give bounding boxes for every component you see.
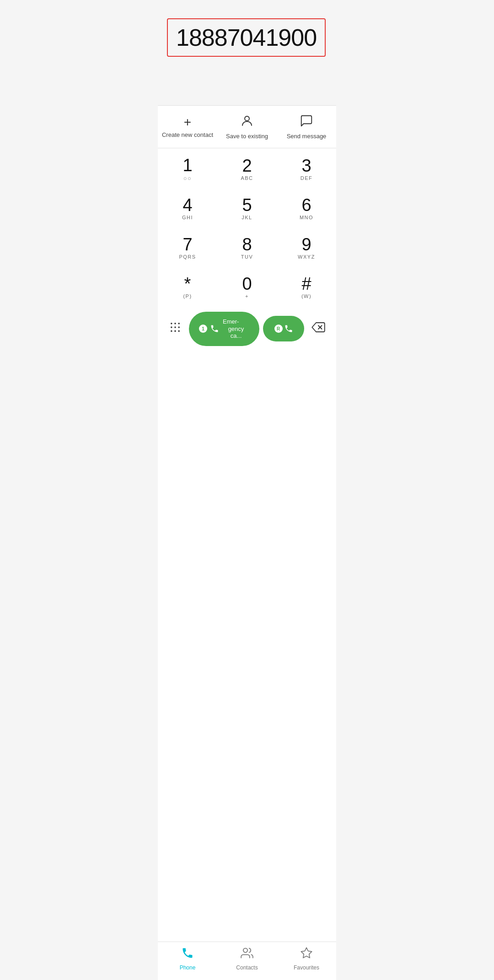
phone-nav-icon	[181, 947, 194, 963]
create-new-contact-button[interactable]: + Create new contact	[158, 116, 217, 138]
action-row: + Create new contact Save to existing Se…	[158, 105, 336, 148]
svg-point-1	[171, 323, 172, 325]
badge-r: R	[274, 325, 283, 333]
save-to-existing-button[interactable]: Save to existing	[217, 114, 277, 140]
backspace-button[interactable]	[308, 317, 329, 341]
call-button[interactable]: R	[263, 316, 304, 341]
nav-item-favourites[interactable]: Favourites	[277, 947, 336, 971]
nav-favourites-label: Favourites	[294, 964, 319, 971]
emergency-line2: gency ca...	[223, 325, 249, 340]
emergency-line1: Emer-	[223, 318, 239, 325]
dialpad-dots-icon[interactable]	[165, 317, 185, 340]
badge-1: 1	[199, 325, 207, 333]
svg-marker-13	[301, 948, 311, 958]
contacts-nav-icon	[241, 947, 253, 963]
svg-point-8	[174, 330, 176, 332]
dial-key-7[interactable]: 7 PQRS	[158, 227, 217, 267]
phone-number-box: 18887041900	[167, 18, 326, 57]
plus-icon: +	[184, 116, 191, 129]
phone-number: 18887041900	[176, 24, 317, 51]
nav-item-phone[interactable]: Phone	[158, 947, 217, 971]
dial-key-1[interactable]: 1 ○○	[158, 148, 217, 188]
send-message-button[interactable]: Send message	[277, 114, 336, 140]
dial-key-6[interactable]: 6 MNO	[277, 188, 336, 227]
nav-phone-label: Phone	[180, 964, 196, 971]
send-message-label: Send message	[287, 133, 327, 140]
svg-point-6	[178, 327, 180, 329]
svg-point-9	[178, 330, 180, 332]
emergency-call-button[interactable]: 1 Emer- gency ca...	[189, 312, 259, 346]
svg-point-2	[174, 323, 176, 325]
svg-point-7	[171, 330, 172, 332]
create-new-contact-label: Create new contact	[162, 131, 213, 138]
dial-key-3[interactable]: 3 DEF	[277, 148, 336, 188]
dial-key-star[interactable]: * (P)	[158, 267, 217, 306]
number-display-area: 18887041900	[158, 0, 336, 105]
dial-key-9[interactable]: 9 WXYZ	[277, 227, 336, 267]
bottom-actions: 1 Emer- gency ca... R	[158, 306, 336, 352]
svg-point-12	[243, 948, 247, 953]
svg-point-4	[171, 327, 172, 329]
person-icon	[240, 114, 254, 130]
svg-point-3	[178, 323, 180, 325]
nav-contacts-label: Contacts	[236, 964, 258, 971]
save-to-existing-label: Save to existing	[226, 133, 268, 140]
svg-point-5	[174, 327, 176, 329]
nav-item-contacts[interactable]: Contacts	[217, 947, 277, 971]
dial-key-8[interactable]: 8 TUV	[217, 227, 277, 267]
dialpad: 1 ○○ 2 ABC 3 DEF 4 GHI 5 JKL 6 MNO 7 PQR…	[158, 148, 336, 942]
nav-bar: Phone Contacts Favourites	[158, 942, 336, 980]
dial-key-2[interactable]: 2 ABC	[217, 148, 277, 188]
message-icon	[300, 114, 313, 130]
dialpad-grid: 1 ○○ 2 ABC 3 DEF 4 GHI 5 JKL 6 MNO 7 PQR…	[158, 148, 336, 306]
dial-key-5[interactable]: 5 JKL	[217, 188, 277, 227]
dial-key-hash[interactable]: # (W)	[277, 267, 336, 306]
svg-point-0	[245, 116, 249, 121]
dial-key-4[interactable]: 4 GHI	[158, 188, 217, 227]
dial-key-0[interactable]: 0 +	[217, 267, 277, 306]
favourites-nav-icon	[300, 947, 313, 963]
